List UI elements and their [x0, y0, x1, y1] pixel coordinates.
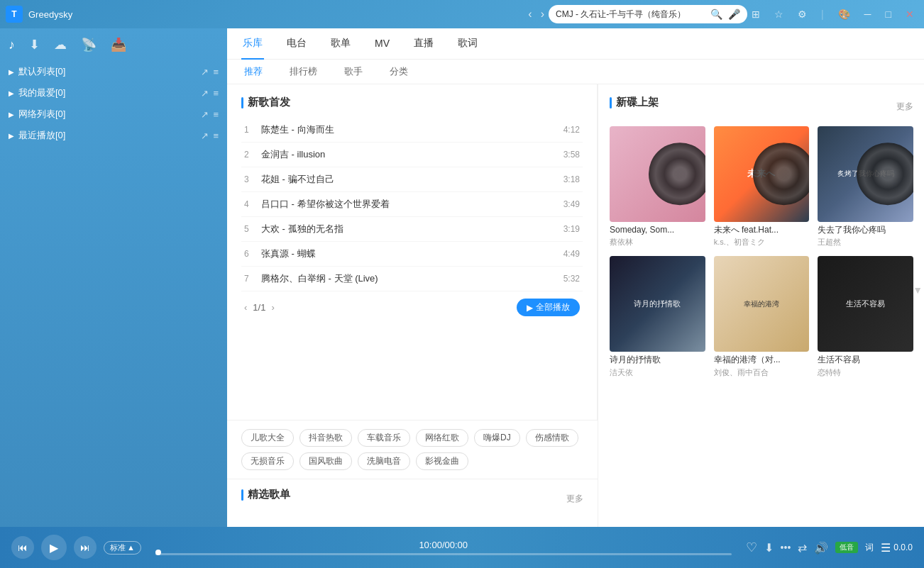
- album-card-5[interactable]: 幸福的港湾 幸福的港湾（对... 刘俊、雨中百合: [714, 256, 810, 377]
- tab-live[interactable]: 直播: [412, 28, 435, 60]
- tag-network-songs[interactable]: 网络红歌: [416, 429, 468, 447]
- album-card-4[interactable]: 诗月的抒情歌 诗月的抒情歌 洁天依: [610, 256, 705, 377]
- album-cover-1: [610, 126, 705, 222]
- tag-douyin[interactable]: 抖音热歌: [299, 429, 352, 447]
- prev-page-button[interactable]: ‹: [244, 302, 247, 313]
- tag-sad-songs[interactable]: 伤感情歌: [526, 429, 578, 447]
- song-item-4[interactable]: 4 吕口口 - 希望你被这个世界爱着 3:49: [241, 192, 583, 217]
- content-right-panel: 新碟上架 更多 Someday, Som... 蔡依林: [598, 84, 924, 527]
- tab-playlist[interactable]: 歌单: [329, 28, 352, 60]
- settings-icon[interactable]: ⚙: [793, 7, 811, 21]
- new-albums-more[interactable]: 更多: [896, 101, 913, 113]
- scroll-down-icon[interactable]: ▼: [913, 284, 923, 296]
- content-left-panel: 新歌首发 1 陈楚生 - 向海而生 4:12 2 金润吉 - illusion …: [227, 84, 598, 527]
- next-page-button[interactable]: ›: [271, 302, 274, 313]
- sidebar-nav-music[interactable]: ♪: [9, 38, 15, 52]
- tab-mv[interactable]: MV: [373, 28, 391, 60]
- tag-lossless[interactable]: 无损音乐: [241, 452, 294, 470]
- tab-lyrics[interactable]: 歌词: [456, 28, 479, 60]
- song-name-5: 大欢 - 孤独的无名指: [261, 223, 563, 235]
- subtab-singer[interactable]: 歌手: [341, 64, 365, 79]
- sidebar-item-recent[interactable]: ▶ 最近播放[0] ↗ ≡: [0, 125, 227, 146]
- album-card-6[interactable]: 生活不容易 生活不容易 恋特特: [818, 256, 913, 377]
- tag-chinese-style[interactable]: 国风歌曲: [299, 452, 352, 470]
- menu-icon-2[interactable]: ≡: [213, 88, 219, 99]
- download-button[interactable]: ⬇: [764, 541, 774, 555]
- play-button[interactable]: ▶: [41, 535, 67, 560]
- tags-row: 儿歌大全 抖音热歌 车载音乐 网络红歌 嗨爆DJ 伤感情歌 无损音乐 国风歌曲 …: [227, 420, 598, 479]
- export-icon-2[interactable]: ↗: [201, 88, 209, 99]
- sidebar-nav-download[interactable]: ⬇: [29, 37, 40, 52]
- album-card-3[interactable]: 炙烤了我你心疼吗 失去了我你心疼吗 王超然: [818, 126, 913, 247]
- export-icon-3[interactable]: ↗: [201, 109, 209, 120]
- search-input[interactable]: [556, 9, 708, 19]
- album-card-1[interactable]: Someday, Som... 蔡依林: [610, 126, 705, 247]
- lyrics-button[interactable]: 词: [865, 542, 874, 554]
- quality-button[interactable]: 标准 ▲: [104, 541, 141, 555]
- tag-dj[interactable]: 嗨爆DJ: [474, 429, 520, 447]
- selected-songs-more[interactable]: 更多: [566, 493, 583, 505]
- shuffle-button[interactable]: ⇄: [798, 541, 807, 555]
- song-duration-3: 3:18: [563, 174, 580, 184]
- playlist-icon[interactable]: ☰: [881, 541, 891, 555]
- search-icon[interactable]: 🔍: [710, 9, 722, 20]
- sidebar-item-default[interactable]: ▶ 默认列表[0] ↗ ≡: [0, 61, 227, 82]
- progress-dot[interactable]: [155, 550, 161, 555]
- subtab-category[interactable]: 分类: [387, 64, 411, 79]
- album-card-2[interactable]: 未来へ 未来へ feat.Hat... k.s.、初音ミク: [714, 126, 810, 247]
- tag-earworm[interactable]: 洗脑电音: [358, 452, 410, 470]
- tab-radio[interactable]: 电台: [285, 28, 308, 60]
- tag-car-music[interactable]: 车载音乐: [358, 429, 410, 447]
- sidebar-nav-radio[interactable]: 📡: [81, 37, 97, 52]
- forward-button[interactable]: ›: [537, 6, 549, 22]
- heart-button[interactable]: ♡: [746, 540, 757, 555]
- play-all-button[interactable]: ▶ 全部播放: [517, 299, 580, 316]
- tag-children-songs[interactable]: 儿歌大全: [241, 429, 294, 447]
- subtab-recommend[interactable]: 推荐: [241, 64, 265, 79]
- song-item-1[interactable]: 1 陈楚生 - 向海而生 4:12: [241, 118, 583, 143]
- selected-songs-title: 精选歌单: [241, 488, 290, 501]
- prev-button[interactable]: ⏮: [11, 536, 34, 559]
- extra-value: 0.0.0: [893, 542, 913, 552]
- song-num-7: 7: [244, 274, 261, 284]
- play-all-icon: ▶: [527, 303, 533, 313]
- song-item-7[interactable]: 7 腾格尔、白举纲 - 天堂 (Live) 5:32: [241, 267, 583, 291]
- song-item-3[interactable]: 3 花姐 - 骗不过自己 3:18: [241, 167, 583, 192]
- next-button[interactable]: ⏭: [74, 536, 97, 559]
- sidebar-nav-import[interactable]: 📥: [111, 37, 126, 52]
- sidebar-nav-cloud[interactable]: ☁: [54, 37, 67, 52]
- album-cover-4: 诗月的抒情歌: [610, 256, 705, 352]
- song-name-4: 吕口口 - 希望你被这个世界爱着: [261, 198, 563, 211]
- player-extra: ☰ 0.0.0: [881, 541, 913, 555]
- sidebar-item-default-actions: ↗ ≡: [201, 67, 219, 77]
- close-button[interactable]: ✕: [901, 7, 918, 21]
- skin-icon[interactable]: 🎨: [834, 7, 854, 21]
- export-icon[interactable]: ↗: [201, 67, 209, 77]
- menu-icon-4[interactable]: ≡: [213, 130, 219, 141]
- lossless-button[interactable]: 低音: [835, 542, 858, 553]
- progress-bar[interactable]: [155, 553, 732, 555]
- back-button[interactable]: ‹: [524, 6, 536, 22]
- menu-icon-3[interactable]: ≡: [213, 109, 219, 120]
- more-button[interactable]: •••: [781, 542, 791, 553]
- tab-library[interactable]: 乐库: [241, 28, 264, 60]
- export-icon-4[interactable]: ↗: [201, 130, 209, 141]
- album-cover-content-3: 炙烤了我你心疼吗: [818, 126, 913, 222]
- grid-view-icon[interactable]: ⊞: [747, 7, 764, 21]
- microphone-icon[interactable]: 🎤: [728, 9, 740, 20]
- sidebar-item-network[interactable]: ▶ 网络列表[0] ↗ ≡: [0, 104, 227, 125]
- tag-movie[interactable]: 影视金曲: [416, 452, 468, 470]
- song-item-5[interactable]: 5 大欢 - 孤独的无名指 3:19: [241, 217, 583, 242]
- sidebar-item-favorites[interactable]: ▶ 我的最爱[0] ↗ ≡: [0, 82, 227, 104]
- star-icon[interactable]: ☆: [770, 7, 788, 21]
- sidebar-playlists: ▶ 默认列表[0] ↗ ≡ ▶ 我的最爱[0] ↗ ≡ ▶ 网络列表[0]: [0, 58, 227, 146]
- subtab-chart[interactable]: 排行榜: [287, 64, 320, 79]
- menu-icon[interactable]: ≡: [213, 67, 219, 77]
- song-item-2[interactable]: 2 金润吉 - illusion 3:58: [241, 143, 583, 167]
- import-nav-icon: 📥: [111, 37, 126, 52]
- volume-button[interactable]: 🔊: [814, 541, 828, 555]
- minimize-button[interactable]: ─: [860, 7, 876, 21]
- song-item-6[interactable]: 6 张真源 - 蝴蝶 4:49: [241, 242, 583, 267]
- song-num-3: 3: [244, 174, 261, 184]
- maximize-button[interactable]: □: [881, 7, 896, 21]
